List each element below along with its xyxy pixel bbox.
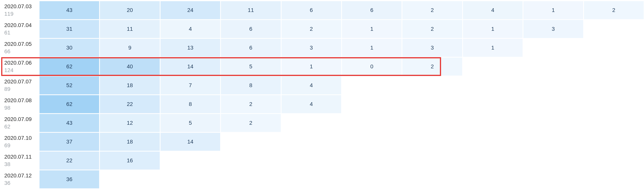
cohort-size: 69 (4, 142, 36, 149)
cohort-cell[interactable]: 1 (523, 1, 584, 20)
cohort-date: 2020.07.04 (4, 22, 36, 29)
cohort-cell[interactable]: 1 (281, 57, 342, 76)
cohort-row-label: 2020.07.06124 (0, 57, 39, 76)
cohort-cell-empty (402, 170, 462, 189)
cohort-cell[interactable]: 30 (39, 38, 100, 57)
cohort-cell-empty (462, 57, 523, 76)
cohort-cell[interactable]: 14 (160, 57, 220, 76)
cohort-cell-empty (342, 132, 402, 151)
cohort-date: 2020.07.06 (4, 60, 36, 66)
cohort-cell-empty (402, 132, 462, 151)
cohort-cell-empty (342, 95, 402, 114)
cohort-cell[interactable]: 11 (100, 20, 160, 38)
cohort-cell[interactable]: 2 (402, 57, 462, 76)
cohort-cell[interactable]: 62 (39, 95, 100, 114)
cohort-cell[interactable]: 31 (39, 20, 100, 38)
cohort-date: 2020.07.08 (4, 97, 36, 104)
cohort-cell[interactable]: 4 (281, 95, 342, 114)
cohort-row-label: 2020.07.1069 (0, 132, 39, 151)
cohort-cell[interactable]: 0 (342, 57, 402, 76)
cohort-table: 2020.07.03119432024116624122020.07.04613… (0, 0, 644, 189)
cohort-cell[interactable]: 8 (220, 76, 281, 95)
cohort-row-label: 2020.07.1138 (0, 151, 39, 170)
cohort-cell[interactable]: 36 (39, 170, 100, 189)
cohort-cell[interactable]: 1 (342, 20, 402, 38)
cohort-cell-empty (342, 151, 402, 170)
cohort-date: 2020.07.05 (4, 41, 36, 47)
cohort-cell[interactable]: 2 (584, 1, 644, 20)
cohort-cell[interactable]: 4 (462, 1, 523, 20)
cohort-cell-empty (584, 114, 644, 132)
cohort-cell-empty (462, 95, 523, 114)
cohort-cell[interactable]: 22 (100, 95, 160, 114)
cohort-cell[interactable]: 8 (160, 95, 220, 114)
cohort-cell[interactable]: 2 (281, 20, 342, 38)
cohort-cell[interactable]: 5 (220, 57, 281, 76)
cohort-cell-empty (402, 76, 462, 95)
cohort-cell[interactable]: 22 (39, 151, 100, 170)
cohort-cell[interactable]: 2 (402, 20, 462, 38)
cohort-cell[interactable]: 37 (39, 132, 100, 151)
cohort-cell[interactable]: 5 (160, 114, 220, 132)
cohort-cell-empty (523, 132, 584, 151)
cohort-cell-empty (462, 170, 523, 189)
cohort-cell-empty (523, 170, 584, 189)
cohort-cell-empty (462, 114, 523, 132)
cohort-cell-empty (402, 151, 462, 170)
cohort-cell-empty (220, 151, 281, 170)
cohort-cell-empty (402, 114, 462, 132)
cohort-cell-empty (160, 170, 220, 189)
cohort-cell[interactable]: 3 (281, 38, 342, 57)
cohort-cell[interactable]: 3 (523, 20, 584, 38)
cohort-size: 38 (4, 161, 36, 168)
cohort-cell[interactable]: 9 (100, 38, 160, 57)
cohort-cell[interactable]: 24 (160, 1, 220, 20)
cohort-cell[interactable]: 7 (160, 76, 220, 95)
cohort-date: 2020.07.03 (4, 3, 36, 10)
cohort-cell[interactable]: 6 (220, 20, 281, 38)
cohort-cell[interactable]: 62 (39, 57, 100, 76)
cohort-cell-empty (523, 114, 584, 132)
cohort-size: 98 (4, 105, 36, 111)
cohort-cell[interactable]: 52 (39, 76, 100, 95)
cohort-size: 66 (4, 48, 36, 55)
cohort-cell[interactable]: 6 (342, 1, 402, 20)
cohort-cell[interactable]: 20 (100, 1, 160, 20)
cohort-cell[interactable]: 1 (462, 38, 523, 57)
cohort-date: 2020.07.07 (4, 78, 36, 85)
cohort-cell-empty (220, 132, 281, 151)
cohort-cell[interactable]: 13 (160, 38, 220, 57)
cohort-cell-empty (462, 132, 523, 151)
cohort-cell[interactable]: 2 (220, 95, 281, 114)
cohort-cell[interactable]: 4 (281, 76, 342, 95)
cohort-cell[interactable]: 6 (220, 38, 281, 57)
cohort-cell[interactable]: 11 (220, 1, 281, 20)
cohort-date: 2020.07.10 (4, 135, 36, 141)
cohort-row-label: 2020.07.0566 (0, 38, 39, 57)
cohort-cell-empty (160, 151, 220, 170)
cohort-size: 62 (4, 123, 36, 130)
cohort-cell[interactable]: 14 (160, 132, 220, 151)
cohort-cell-empty (523, 38, 584, 57)
cohort-cell[interactable]: 4 (160, 20, 220, 38)
cohort-cell[interactable]: 18 (100, 76, 160, 95)
cohort-size: 119 (4, 11, 36, 17)
cohort-cell[interactable]: 43 (39, 1, 100, 20)
cohort-cell[interactable]: 2 (220, 114, 281, 132)
cohort-cell[interactable]: 12 (100, 114, 160, 132)
cohort-cell[interactable]: 18 (100, 132, 160, 151)
cohort-cell[interactable]: 1 (342, 38, 402, 57)
cohort-cell-empty (342, 170, 402, 189)
cohort-cell[interactable]: 16 (100, 151, 160, 170)
cohort-cell[interactable]: 40 (100, 57, 160, 76)
cohort-cell-empty (342, 76, 402, 95)
cohort-cell-empty (462, 76, 523, 95)
cohort-cell[interactable]: 43 (39, 114, 100, 132)
cohort-cell[interactable]: 6 (281, 1, 342, 20)
cohort-cell-empty (281, 132, 342, 151)
cohort-cell[interactable]: 3 (402, 38, 462, 57)
cohort-row-label: 2020.07.0789 (0, 76, 39, 95)
cohort-cell[interactable]: 1 (462, 20, 523, 38)
cohort-size: 36 (4, 180, 36, 186)
cohort-cell[interactable]: 2 (402, 1, 462, 20)
